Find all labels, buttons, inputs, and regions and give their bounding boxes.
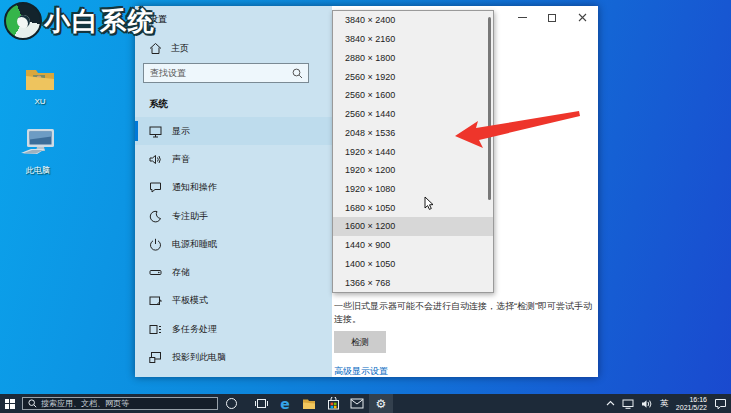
- brand-logo-icon: [4, 2, 42, 40]
- settings-search-input[interactable]: [144, 68, 292, 78]
- resolution-option[interactable]: 1366 × 768: [333, 273, 493, 292]
- windows-logo-icon: [5, 399, 15, 409]
- window-controls: [516, 12, 588, 23]
- search-icon: [28, 399, 37, 408]
- resolution-option[interactable]: 1680 × 1050: [333, 198, 493, 217]
- home-label: 主页: [171, 42, 189, 55]
- home-icon: [149, 42, 162, 55]
- tablet-icon: [149, 294, 162, 307]
- storage-icon: [149, 266, 162, 279]
- mouse-cursor: [424, 196, 436, 216]
- sidebar-item-power-sleep[interactable]: 电源和睡眠: [135, 230, 332, 258]
- sidebar-item-projecting[interactable]: 投影到此电脑: [135, 343, 332, 371]
- sidebar-item-focus-assist[interactable]: 专注助手: [135, 202, 332, 230]
- maximize-button[interactable]: [546, 12, 558, 23]
- moon-icon: [149, 210, 162, 223]
- brand-name: 小白系统: [44, 4, 156, 39]
- resolution-option[interactable]: 1440 × 900: [333, 236, 493, 255]
- input-language-indicator[interactable]: 英: [660, 398, 669, 410]
- desktop-icon-label: XU: [14, 97, 66, 106]
- display-icon: [149, 125, 162, 138]
- edge-browser-button[interactable]: [273, 394, 297, 413]
- action-center-icon[interactable]: [714, 398, 727, 410]
- mail-icon: [350, 398, 364, 409]
- store-icon: [327, 397, 340, 410]
- computer-icon: [19, 128, 57, 160]
- task-view-button[interactable]: [249, 394, 273, 413]
- watermark-brand: 小白系统: [4, 2, 156, 40]
- resolution-option[interactable]: 1920 × 1080: [333, 180, 493, 199]
- clock-time: 16:16: [676, 396, 707, 404]
- volume-icon[interactable]: [641, 399, 653, 409]
- network-icon[interactable]: [622, 399, 634, 409]
- detect-button[interactable]: 检测: [334, 331, 386, 353]
- microsoft-store-button[interactable]: [321, 394, 345, 413]
- desktop-icon-user-folder[interactable]: XU: [14, 66, 66, 106]
- settings-app-button[interactable]: [369, 394, 393, 413]
- sidebar-item-sound[interactable]: 声音: [135, 145, 332, 173]
- settings-window: 设置 主页 系统 显示 声音: [135, 6, 598, 377]
- close-icon: [578, 13, 587, 22]
- red-annotation-arrow: [443, 100, 583, 152]
- tray-chevron-icon[interactable]: [606, 400, 615, 406]
- sidebar-item-storage[interactable]: 存储: [135, 258, 332, 286]
- clock-date: 2021/5/22: [676, 404, 707, 412]
- notification-icon: [149, 181, 162, 194]
- multitask-icon: [149, 323, 162, 336]
- resolution-option[interactable]: 3840 × 2160: [333, 30, 493, 49]
- sidebar-item-multitasking[interactable]: 多任务处理: [135, 315, 332, 343]
- resolution-option[interactable]: 1400 × 1050: [333, 255, 493, 274]
- folder-icon: [302, 398, 316, 410]
- sound-icon: [149, 153, 162, 166]
- cortana-button[interactable]: [226, 398, 237, 409]
- sidebar-item-home[interactable]: 主页: [149, 42, 189, 55]
- resolution-option[interactable]: 1920 × 1200: [333, 161, 493, 180]
- mail-button[interactable]: [345, 394, 369, 413]
- system-tray: 英 16:16 2021/5/22: [606, 394, 727, 413]
- close-button[interactable]: [576, 12, 588, 23]
- minimize-button[interactable]: [516, 12, 528, 23]
- taskbar-search-placeholder: 搜索应用、文档、网页等: [41, 398, 129, 409]
- sidebar-section-header: 系统: [149, 98, 168, 111]
- taskbar: 搜索应用、文档、网页等: [0, 394, 731, 413]
- sidebar-item-display[interactable]: 显示: [135, 117, 332, 145]
- power-icon: [149, 238, 162, 251]
- advanced-display-settings-link[interactable]: 高级显示设置: [334, 365, 388, 378]
- sidebar-nav: 显示 声音 通知和操作 专注助手 电源和睡眠: [135, 117, 332, 372]
- desktop-icon-this-pc[interactable]: 此电脑: [12, 128, 64, 176]
- start-button[interactable]: [0, 394, 19, 413]
- sidebar-item-notifications[interactable]: 通知和操作: [135, 174, 332, 202]
- detect-note-text: 一些旧式显示器可能不会进行自动连接，选择“检测”即可尝试手动连接。: [334, 300, 592, 325]
- resolution-option[interactable]: 2560 × 1920: [333, 67, 493, 86]
- task-view-icon: [255, 397, 268, 410]
- taskbar-search-box[interactable]: 搜索应用、文档、网页等: [22, 397, 218, 410]
- settings-search-box[interactable]: [143, 63, 309, 83]
- taskbar-clock[interactable]: 16:16 2021/5/22: [676, 396, 707, 412]
- resolution-option[interactable]: 2880 × 1800: [333, 48, 493, 67]
- desktop-icon-label: 此电脑: [12, 165, 64, 176]
- sidebar-item-tablet-mode[interactable]: 平板模式: [135, 287, 332, 315]
- resolution-option-highlighted[interactable]: 1600 × 1200: [333, 217, 493, 236]
- folder-icon: [24, 66, 56, 92]
- resolution-option[interactable]: 3840 × 2400: [333, 11, 493, 30]
- search-icon: [292, 68, 303, 79]
- project-icon: [149, 351, 162, 364]
- file-explorer-button[interactable]: [297, 394, 321, 413]
